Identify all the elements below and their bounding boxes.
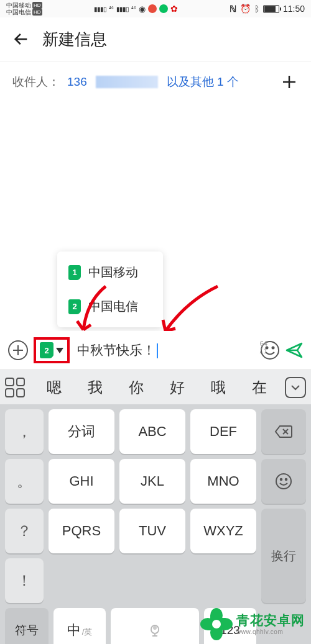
alarm-icon: ⏰ [240, 4, 251, 14]
key-question[interactable]: ？ [5, 509, 44, 553]
bluetooth-icon: ᛒ [254, 4, 259, 14]
key-symbols[interactable]: 符号 [5, 608, 49, 644]
candidate-5[interactable]: 在 [252, 378, 267, 397]
key-comma[interactable]: ， [5, 409, 44, 454]
key-period[interactable]: 。 [5, 459, 44, 504]
candidate-4[interactable]: 哦 [211, 378, 226, 397]
candidate-3[interactable]: 好 [170, 378, 185, 397]
recipient-row[interactable]: 收件人： 136 以及其他 1 个 [0, 61, 311, 105]
signal-1-icon: ▮▮▮▯ [94, 6, 106, 12]
sim-select-button[interactable]: 2 [34, 337, 70, 363]
huawei-icon: ✿ [170, 4, 178, 14]
key-lang-toggle[interactable]: 中/英 [53, 608, 106, 644]
status-carriers: 中国移动HD 中国电信HD [6, 2, 42, 16]
ime-apps-icon[interactable] [5, 378, 25, 397]
key-space[interactable] [111, 608, 199, 644]
sim-badge-1-icon: 1 [68, 265, 81, 280]
key-jkl[interactable]: JKL [119, 459, 185, 504]
ime-candidate-list: 嗯 我 你 好 哦 在 [34, 378, 280, 397]
key-tuv[interactable]: TUV [119, 509, 185, 553]
candidate-1[interactable]: 我 [88, 378, 103, 397]
sim-selector-popup: 1 中国移动 2 中国电信 [57, 252, 163, 327]
nfc-icon: ℕ [230, 4, 236, 14]
key-enter[interactable]: 换行 [261, 509, 306, 603]
message-text-input[interactable]: 中秋节快乐！ [75, 338, 255, 363]
sim-badge-2-icon: 2 [68, 299, 81, 314]
ime-candidate-row: 嗯 我 你 好 哦 在 [0, 370, 311, 404]
key-backspace[interactable] [261, 409, 306, 454]
message-input-bar: 2 中秋节快乐！ 64 / 1 [0, 331, 311, 370]
carrier-2: 中国电信 [6, 9, 31, 16]
sim-option-1-label: 中国移动 [88, 264, 138, 281]
ime-expand-icon[interactable] [285, 377, 306, 398]
key-abc[interactable]: ABC [119, 409, 185, 454]
svg-point-5 [281, 479, 282, 481]
candidate-0[interactable]: 嗯 [47, 378, 62, 397]
back-icon[interactable] [12, 30, 30, 48]
key-exclaim[interactable]: ！ [5, 558, 44, 603]
message-body-area: 1 中国移动 2 中国电信 [0, 105, 311, 331]
annotation-arrow-2-icon [156, 283, 224, 338]
svg-point-7 [153, 626, 157, 630]
signal-2-icon: ▮▮▮▯ [116, 6, 129, 12]
sim-selected-badge-icon: 2 [40, 342, 53, 358]
watermark-logo-icon [200, 608, 233, 640]
attach-button-icon[interactable] [7, 340, 29, 361]
svg-point-6 [285, 479, 287, 481]
char-counter: 64 / 1 [260, 340, 267, 355]
key-mno[interactable]: MNO [190, 459, 256, 504]
page-title: 新建信息 [42, 29, 107, 50]
app-dot-red-icon [148, 4, 157, 13]
key-fenci[interactable]: 分词 [49, 409, 114, 454]
candidate-2[interactable]: 你 [129, 378, 144, 397]
net-1: ⁴⁶ [109, 6, 114, 12]
wifi-icon: ◉ [139, 4, 146, 14]
recipient-label: 收件人： [12, 74, 60, 90]
watermark: 青花安卓网 www.qhhlv.com [200, 608, 305, 640]
recipient-more: 以及其他 1 个 [167, 74, 239, 90]
battery-icon [263, 5, 279, 13]
watermark-url: www.qhhlv.com [236, 628, 305, 636]
app-dot-green-icon [159, 4, 168, 13]
carrier-1: 中国移动 [6, 2, 31, 9]
ime-keyboard: ， 分词 ABC DEF 。 GHI JKL MNO ？ PQRS TUV WX… [0, 404, 311, 608]
send-button-icon[interactable] [285, 341, 304, 360]
hd-badge-1: HD [32, 2, 42, 9]
app-header: 新建信息 [0, 17, 311, 61]
status-time: 11:50 [283, 4, 305, 14]
sim-option-2[interactable]: 2 中国电信 [57, 289, 163, 324]
key-ghi[interactable]: GHI [49, 459, 114, 504]
key-wxyz[interactable]: WXYZ [190, 509, 256, 553]
svg-point-4 [276, 474, 291, 489]
watermark-title: 青花安卓网 [236, 612, 305, 628]
key-emoji[interactable] [261, 459, 306, 504]
key-pqrs[interactable]: PQRS [49, 509, 114, 553]
sim-option-2-label: 中国电信 [88, 298, 138, 315]
status-right-group: ℕ ⏰ ᛒ 11:50 [230, 4, 305, 14]
key-def[interactable]: DEF [190, 409, 256, 454]
recipient-redacted [96, 76, 158, 88]
status-signal-group: ▮▮▮▯ ⁴⁶ ▮▮▮▯ ⁴⁶ ◉ ✿ [94, 4, 178, 14]
chevron-down-icon [56, 348, 63, 353]
add-recipient-icon[interactable] [280, 73, 299, 91]
hd-badge-2: HD [32, 9, 42, 16]
recipient-number: 136 [67, 75, 87, 89]
status-bar: 中国移动HD 中国电信HD ▮▮▮▯ ⁴⁶ ▮▮▮▯ ⁴⁶ ◉ ✿ ℕ ⏰ ᛒ … [0, 0, 311, 17]
svg-point-3 [272, 347, 274, 349]
sim-option-1[interactable]: 1 中国移动 [57, 255, 163, 289]
net-2: ⁴⁶ [131, 6, 136, 12]
